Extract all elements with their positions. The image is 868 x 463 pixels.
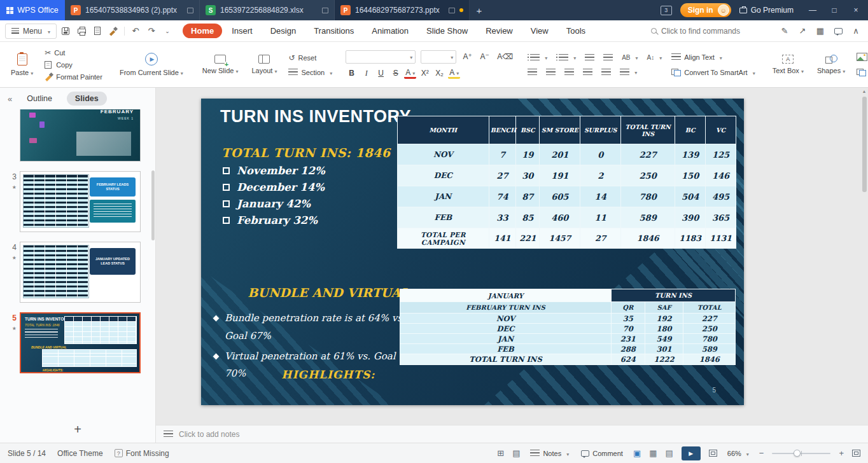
collapse-panel-button[interactable]: « [8, 94, 12, 104]
align-left-button[interactable] [526, 67, 539, 76]
text-highlight-button[interactable]: A [448, 68, 460, 79]
slide-thumbnail[interactable]: 3★ FEBRUARY LEADS STATUS [5, 171, 149, 232]
reset-button[interactable]: ↺Reset [286, 52, 334, 63]
zoom-level-button[interactable]: 66% [725, 448, 751, 458]
slide-thumbnail[interactable]: 5★ TURN INS INVENTORY TOTAL TURN INS: 18… [5, 312, 149, 373]
layout-button[interactable]: Layout [248, 53, 281, 76]
zoom-out-button[interactable]: − [759, 448, 764, 458]
add-slide-button[interactable]: + [68, 420, 87, 439]
justify-button[interactable] [581, 67, 594, 76]
maximize-button[interactable]: □ [823, 0, 845, 20]
new-slide-button[interactable]: New Slide [199, 53, 242, 76]
share-icon[interactable]: ↗ [795, 24, 809, 38]
zoom-in-button[interactable]: + [839, 448, 844, 458]
ribbon-tab-slide-show[interactable]: Slide Show [418, 24, 476, 38]
print-preview-button[interactable] [90, 24, 104, 38]
arrange-button[interactable]: Arrange [855, 68, 868, 78]
theme-name[interactable]: Office Theme [57, 449, 103, 458]
reading-view-button[interactable]: ▤ [665, 448, 673, 458]
doc-tab[interactable]: P165407538834963 (2).pptx [65, 0, 200, 20]
clear-formatting-button[interactable]: A⌫ [496, 51, 514, 63]
handout-view-icon[interactable]: ▤ [512, 448, 520, 458]
slide-5[interactable]: TURN INS INVENTORY TOTAL TURN INS: 1846 … [201, 99, 744, 405]
minimize-button[interactable]: — [802, 0, 823, 20]
font-missing-warning[interactable]: ? Font Missing [115, 449, 169, 458]
numbering-button[interactable] [554, 53, 578, 62]
canvas-scrollbar[interactable] [862, 97, 867, 192]
bundle-virtual-title[interactable]: BUNDLE AND VIRTUAL [233, 286, 424, 300]
decrease-font-size-button[interactable]: A⁻ [479, 51, 491, 63]
align-text-button[interactable]: Align Text [669, 52, 757, 62]
slide-thumbnail[interactable]: 4★ JANUARY UPDATED LEAD STATUS [5, 242, 149, 303]
italic-button[interactable]: I [360, 67, 372, 79]
ribbon-tab-home[interactable]: Home [183, 24, 222, 38]
notes-bar[interactable]: Click to add notes [156, 425, 868, 443]
normal-view-button[interactable]: ▣ [633, 448, 641, 458]
zoom-slider-thumb[interactable] [794, 450, 801, 457]
doc-tab[interactable]: P1644682975687273.pptx [335, 0, 470, 20]
section-button[interactable]: Section [286, 67, 334, 77]
decrease-indent-button[interactable] [583, 53, 596, 62]
shapes-button[interactable]: Shapes [813, 53, 849, 76]
subscript-button[interactable]: X₂ [433, 67, 445, 79]
slideshow-play-button[interactable]: ▶ [682, 446, 701, 460]
bold-button[interactable]: B [346, 67, 358, 79]
ribbon-tab-transitions[interactable]: Transitions [305, 24, 362, 38]
tab-slides[interactable]: Slides [67, 92, 107, 106]
ribbon-tab-design[interactable]: Design [262, 24, 304, 38]
row-spacing-button[interactable] [618, 67, 639, 77]
open-documents-icon[interactable]: 3 [661, 6, 672, 15]
zoom-slider[interactable] [772, 453, 830, 454]
distribute-button[interactable] [599, 67, 613, 76]
ribbon-tab-animation[interactable]: Animation [363, 24, 417, 38]
font-family-select[interactable] [346, 50, 416, 64]
slide-canvas[interactable]: TURN INS INVENTORY TOTAL TURN INS: 1846 … [156, 88, 868, 425]
from-current-slide-button[interactable]: ▶ From Current Slide [116, 51, 187, 78]
format-brush-button[interactable] [106, 24, 120, 38]
convert-to-smartart-button[interactable]: Convert To SmartArt [669, 67, 757, 77]
notes-toggle-button[interactable]: Notes [528, 448, 571, 458]
slide-sorter-view-button[interactable]: ▦ [649, 448, 657, 458]
redo-button[interactable]: ↷ [144, 24, 158, 38]
increase-indent-button[interactable] [601, 53, 615, 62]
paste-button[interactable]: Paste [7, 52, 37, 78]
fit-to-window-button[interactable] [852, 450, 860, 457]
go-premium-button[interactable]: Go Premium [739, 6, 794, 15]
slide-thumbnail[interactable]: 2 FEBRUARY WEEK 1 [5, 109, 149, 162]
new-document-tab-button[interactable]: + [470, 0, 489, 20]
command-search[interactable] [651, 27, 772, 36]
increase-font-size-button[interactable]: A⁺ [461, 51, 473, 63]
print-button[interactable] [74, 24, 88, 38]
align-right-button[interactable] [563, 67, 576, 76]
undo-button[interactable]: ↶ [129, 24, 143, 38]
tab-outline[interactable]: Outline [18, 92, 60, 106]
search-input[interactable] [661, 27, 760, 36]
total-turn-ins-text[interactable]: TOTAL TURN INS: 1846 [221, 146, 390, 160]
quick-access-more-button[interactable]: ⌄ [160, 24, 174, 38]
picture-button[interactable]: Picture [855, 52, 868, 62]
slide-bullet-list[interactable]: November 12%December 14%January 42%Febru… [223, 165, 325, 226]
inventory-table-object[interactable]: MONTHBENCHBSCSM STORESURPLUSTOTAL TURN I… [397, 116, 736, 249]
superscript-button[interactable]: X² [419, 67, 431, 79]
line-spacing-button[interactable]: A↕ [645, 53, 664, 62]
apps-grid-icon[interactable]: ▦ [813, 24, 827, 38]
align-center-button[interactable] [544, 67, 557, 76]
fit-slide-icon[interactable] [709, 450, 717, 457]
bullets-button[interactable] [526, 53, 549, 62]
comment-button[interactable]: Comment [579, 448, 625, 458]
ribbon-tab-tools[interactable]: Tools [558, 24, 594, 38]
font-color-button[interactable]: A [404, 68, 416, 79]
ribbon-tab-insert[interactable]: Insert [223, 24, 261, 38]
edit-mode-icon[interactable]: ✎ [778, 24, 792, 38]
turn-ins-table-object[interactable]: JANUARYTURN INSFEBRUARY TURN INSQRSAFTOT… [400, 289, 736, 365]
text-direction-button[interactable]: AB [620, 53, 640, 62]
slide-title[interactable]: TURN INS INVENTORY [220, 107, 411, 127]
ribbon-tab-review[interactable]: Review [477, 24, 521, 38]
wps-home-button[interactable]: WPS Office [0, 0, 65, 20]
comment-panel-icon[interactable] [831, 24, 845, 38]
collapse-ribbon-button[interactable]: ∧ [849, 24, 863, 38]
text-box-button[interactable]: A Text Box [769, 53, 808, 76]
strikethrough-button[interactable]: S [389, 67, 402, 79]
underline-button[interactable]: U [375, 67, 387, 79]
highlights-text[interactable]: HIGHLIGHTS: [239, 368, 417, 381]
